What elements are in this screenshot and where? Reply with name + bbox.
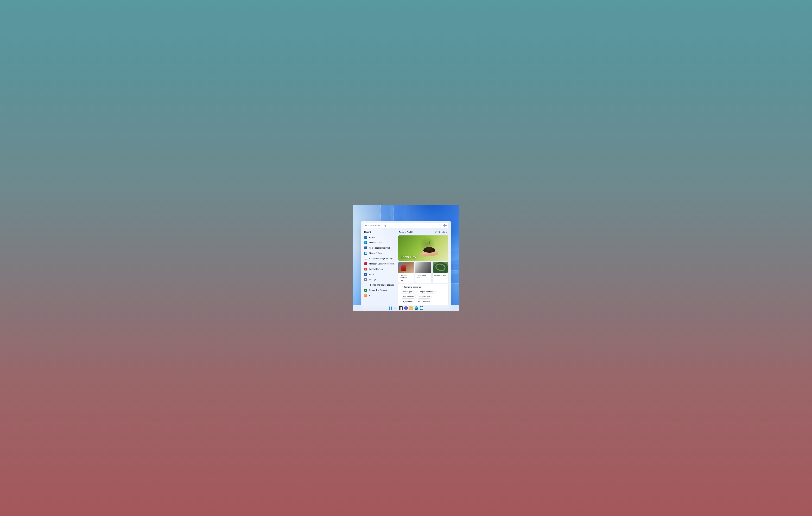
- svg-point-0: [366, 225, 367, 226]
- recent-item-label: Settings: [369, 278, 376, 281]
- recent-item[interactable]: PFamily Reunion: [364, 267, 396, 272]
- photos-icon: [364, 236, 367, 239]
- trophy-icon[interactable]: [438, 231, 441, 233]
- hero-title: Earth Day: [400, 255, 416, 259]
- taskbar: [353, 305, 459, 311]
- recent-item-label: Paint: [369, 294, 374, 297]
- search-bar[interactable]: [364, 223, 448, 228]
- card-caption: Give with Bing: [433, 273, 448, 278]
- trending-icon: [401, 286, 403, 288]
- card-give-with-bing[interactable]: Give with Bing: [433, 262, 448, 283]
- search-input[interactable]: [369, 224, 441, 227]
- bing-copilot-icon[interactable]: [442, 224, 447, 227]
- microsoft-store-button[interactable]: [420, 306, 424, 310]
- card-outdoors-activities[interactable]: Outdoors activities nearby: [398, 262, 414, 283]
- card-caption: Outdoors activities nearby: [398, 273, 414, 283]
- recent-item[interactable]: Photos: [364, 235, 396, 240]
- recent-item-label: Photos: [369, 236, 375, 239]
- paint-icon: [364, 294, 367, 297]
- recent-item[interactable]: Settings: [364, 277, 396, 282]
- recent-item[interactable]: Microsoft Edge: [364, 240, 396, 245]
- svg-line-3: [396, 308, 397, 309]
- edge-button[interactable]: [415, 306, 418, 310]
- taskbar-search-button[interactable]: [394, 306, 397, 310]
- recent-item-label: Family Reunion: [369, 268, 383, 270]
- search-icon: [394, 307, 397, 310]
- recent-item-label: Europe Trip Planning: [369, 289, 387, 291]
- recent-item-label: Word: [369, 273, 374, 275]
- recent-item[interactable]: Paint: [364, 293, 396, 298]
- windows-logo-icon: [389, 306, 392, 310]
- recent-header: Recent: [364, 231, 396, 233]
- word-icon: W: [364, 273, 367, 276]
- search-icon: [365, 224, 367, 227]
- start-button[interactable]: [388, 306, 392, 310]
- more-button[interactable]: ···: [446, 231, 448, 234]
- trending-pill[interactable]: april showers: [401, 295, 416, 299]
- recent-item[interactable]: Microsoft Solitaire Collection: [364, 261, 396, 267]
- trending-pill[interactable]: soccer games: [401, 290, 416, 294]
- card-caption: On this day: 1970: [415, 273, 431, 280]
- gear-icon: [364, 278, 367, 281]
- rewards-points[interactable]: 200: [435, 231, 438, 233]
- excel-icon: X: [364, 289, 367, 292]
- recent-item-label: Microsoft Solitaire Collection: [369, 263, 394, 265]
- today-label: Today: [399, 231, 404, 233]
- card-on-this-day[interactable]: On this day: 1970: [415, 262, 431, 283]
- recent-item-label: Background image settings: [369, 257, 393, 260]
- search-flyout: Recent PhotosMicrosoft EdgeWApril Readin…: [361, 221, 451, 309]
- recent-item-label: Microsoft Edge: [369, 242, 382, 244]
- trending-label: Trending searches: [404, 286, 421, 288]
- today-date: April 22: [407, 231, 413, 233]
- recent-item-label: April Reading Book Club: [369, 247, 390, 249]
- pencil-icon: ✎: [364, 283, 368, 287]
- windows-desktop: Recent PhotosMicrosoft EdgeWApril Readin…: [353, 205, 459, 311]
- card-thumbnail: [415, 262, 431, 273]
- store-icon: [364, 252, 367, 255]
- profile-avatar[interactable]: [442, 231, 445, 234]
- trending-section: Trending searches soccer gameslargest fl…: [398, 284, 448, 306]
- recent-item[interactable]: ✎Themes and related settings: [364, 282, 396, 288]
- recent-item[interactable]: WWord: [364, 272, 396, 277]
- word-icon: W: [364, 246, 367, 249]
- recent-section: Recent PhotosMicrosoft EdgeWApril Readin…: [364, 231, 396, 306]
- trending-pill[interactable]: mother's day: [417, 295, 432, 299]
- trending-pill[interactable]: earth day facts: [416, 300, 432, 303]
- task-view-button[interactable]: [399, 306, 403, 310]
- image-icon: [364, 257, 367, 260]
- solitaire-icon: [364, 262, 367, 265]
- trending-pill[interactable]: flight delays: [401, 300, 415, 303]
- recent-item[interactable]: Background image settings: [364, 256, 396, 261]
- file-explorer-button[interactable]: [409, 306, 413, 310]
- today-section: Today • April 22 200 ··· Earth Day: [398, 231, 448, 306]
- hero-card-earth-day[interactable]: Earth Day: [398, 236, 448, 261]
- svg-line-1: [366, 226, 367, 226]
- recent-item[interactable]: WApril Reading Book Club: [364, 245, 396, 251]
- recent-item[interactable]: Microsoft Store: [364, 251, 396, 256]
- recent-item-label: Themes and related settings: [369, 284, 394, 286]
- card-thumbnail: [433, 262, 448, 273]
- svg-point-2: [395, 307, 396, 309]
- trending-pill[interactable]: largest flier fossil: [417, 290, 436, 294]
- today-header: Today • April 22 200 ···: [399, 231, 448, 234]
- teams-chat-button[interactable]: [404, 306, 408, 310]
- edge-icon: [364, 241, 367, 244]
- card-thumbnail: [398, 262, 414, 273]
- ppt-icon: P: [364, 268, 367, 271]
- recent-item[interactable]: XEurope Trip Planning: [364, 287, 396, 293]
- recent-item-label: Microsoft Store: [369, 252, 382, 254]
